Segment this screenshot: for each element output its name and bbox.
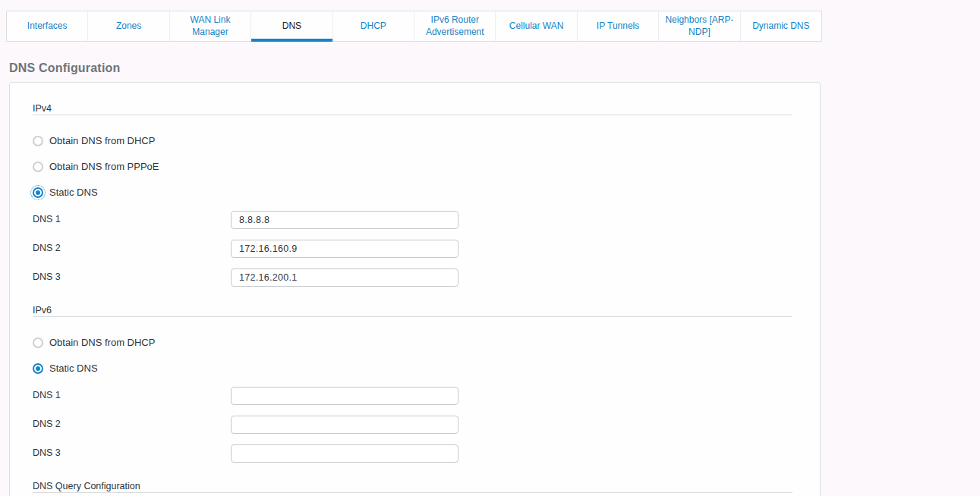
radio-label[interactable]: Obtain DNS from DHCP bbox=[49, 135, 155, 146]
tab-label: IP Tunnels bbox=[597, 20, 639, 33]
tab-dhcp[interactable]: DHCP bbox=[333, 11, 414, 41]
ipv4-dns1-label: DNS 1 bbox=[33, 211, 231, 229]
tab-label: IPv6 Router Advertisement bbox=[421, 14, 489, 38]
radio-button[interactable] bbox=[33, 337, 43, 348]
tab-neighbors-arp-ndp[interactable]: Neighbors [ARP-NDP] bbox=[659, 11, 740, 41]
ipv4-dns2-label: DNS 2 bbox=[33, 240, 231, 258]
field-row: DNS 3 bbox=[33, 268, 793, 287]
tab-wan-link-manager[interactable]: WAN Link Manager bbox=[170, 11, 251, 41]
section-label-ipv6: IPv6 bbox=[33, 304, 793, 316]
ipv6-radio-obtain-dhcp[interactable]: Obtain DNS from DHCP bbox=[33, 337, 793, 348]
section-label-ipv4: IPv4 bbox=[33, 102, 793, 115]
section-label-dns-query-configuration: DNS Query Configuration bbox=[33, 480, 793, 492]
field-row: DNS 1 bbox=[33, 211, 793, 229]
radio-label[interactable]: Obtain DNS from PPPoE bbox=[49, 161, 159, 172]
tab-label: Interfaces bbox=[27, 20, 68, 33]
tab-cellular-wan[interactable]: Cellular WAN bbox=[496, 11, 577, 41]
tab-zones[interactable]: Zones bbox=[88, 11, 169, 41]
network-tab-bar: Interfaces Zones WAN Link Manager DNS DH… bbox=[6, 11, 822, 42]
field-row: DNS 1 bbox=[33, 387, 793, 405]
ipv4-radio-obtain-dhcp[interactable]: Obtain DNS from DHCP bbox=[33, 135, 793, 146]
ipv6-dns3-label: DNS 3 bbox=[33, 444, 231, 463]
ipv6-dns2-input[interactable] bbox=[231, 416, 458, 434]
tab-interfaces[interactable]: Interfaces bbox=[7, 11, 88, 41]
field-row: DNS 2 bbox=[33, 416, 793, 434]
tab-label: WAN Link Manager bbox=[176, 14, 244, 38]
ipv4-radio-static-dns[interactable]: Static DNS bbox=[33, 187, 793, 198]
ipv6-dns3-input[interactable] bbox=[231, 444, 458, 463]
page-title: DNS Configuration bbox=[9, 61, 121, 75]
ipv4-dns-fields: DNS 1 DNS 2 DNS 3 bbox=[33, 211, 793, 287]
radio-label[interactable]: Static DNS bbox=[49, 187, 98, 198]
ipv6-dns1-input[interactable] bbox=[231, 387, 458, 405]
ipv4-dns3-label: DNS 3 bbox=[33, 268, 231, 287]
tab-dns[interactable]: DNS bbox=[251, 11, 332, 41]
tab-ip-tunnels[interactable]: IP Tunnels bbox=[578, 11, 659, 41]
ipv4-dns3-input[interactable] bbox=[231, 268, 458, 287]
field-row: DNS 2 bbox=[33, 240, 793, 258]
section-divider bbox=[33, 316, 793, 317]
ipv4-dns1-input[interactable] bbox=[231, 211, 458, 229]
tab-label: DHCP bbox=[361, 20, 386, 33]
ipv4-radio-obtain-pppoe[interactable]: Obtain DNS from PPPoE bbox=[33, 161, 793, 172]
section-divider bbox=[33, 115, 793, 115]
tab-label: Zones bbox=[116, 20, 141, 33]
ipv6-dns1-label: DNS 1 bbox=[33, 387, 231, 405]
tab-dynamic-dns[interactable]: Dynamic DNS bbox=[741, 11, 821, 41]
tab-label: Dynamic DNS bbox=[752, 20, 809, 33]
tab-label: Cellular WAN bbox=[509, 20, 564, 33]
dns-config-card: IPv4 Obtain DNS from DHCP Obtain DNS fro… bbox=[9, 82, 821, 496]
radio-button[interactable] bbox=[33, 363, 43, 374]
ipv4-dns2-input[interactable] bbox=[231, 240, 458, 258]
ipv6-dns2-label: DNS 2 bbox=[33, 416, 231, 434]
section-divider bbox=[33, 492, 793, 493]
tab-label: Neighbors [ARP-NDP] bbox=[665, 14, 733, 38]
field-row: DNS 3 bbox=[33, 444, 793, 463]
ipv6-dns-fields: DNS 1 DNS 2 DNS 3 bbox=[33, 387, 793, 463]
radio-button[interactable] bbox=[33, 187, 43, 198]
ipv6-radio-static-dns[interactable]: Static DNS bbox=[33, 363, 793, 374]
radio-button[interactable] bbox=[33, 162, 43, 172]
radio-button[interactable] bbox=[33, 136, 43, 146]
radio-label[interactable]: Obtain DNS from DHCP bbox=[49, 337, 155, 348]
tab-ipv6-router-advertisement[interactable]: IPv6 Router Advertisement bbox=[414, 11, 496, 41]
tab-label: DNS bbox=[282, 20, 301, 33]
radio-label[interactable]: Static DNS bbox=[49, 363, 98, 374]
